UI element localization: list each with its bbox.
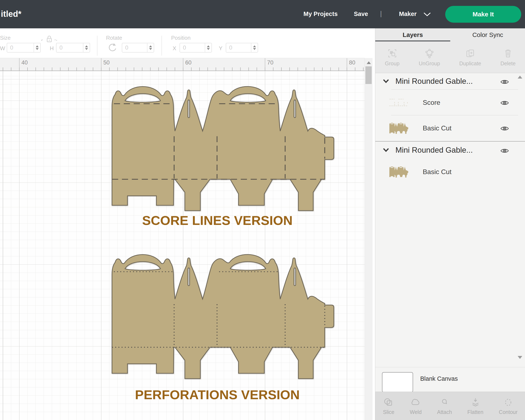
y-stepper[interactable] — [251, 43, 258, 52]
x-input[interactable]: 0 — [179, 43, 212, 53]
layer-row-score[interactable]: Score — [375, 90, 525, 116]
scrollbar-thumb[interactable] — [366, 66, 372, 84]
flatten-icon — [470, 397, 481, 408]
y-input[interactable]: 0 — [226, 43, 258, 53]
attach-icon — [439, 397, 450, 408]
blank-canvas-row[interactable]: Blank Canvas — [375, 367, 525, 392]
design-canvas[interactable]: SCORE LINES VERSION PERFORATIONS VERSION — [0, 71, 365, 420]
rotate-section-label: Rotate — [106, 35, 122, 41]
panel-scroll-up-icon[interactable] — [518, 75, 522, 79]
layer-actions-bar: Group UnGroup Duplicate — [375, 41, 525, 73]
layer-row-basic-cut[interactable]: Basic Cut — [375, 159, 525, 185]
layer-label[interactable]: Basic Cut — [423, 124, 451, 132]
layer-group-header[interactable]: Mini Rounded Gable... — [375, 74, 525, 90]
delete-button[interactable]: Delete — [500, 48, 516, 66]
horizontal-ruler: 40 50 60 70 80 — [0, 58, 365, 71]
weld-icon — [410, 397, 421, 408]
duplicate-button[interactable]: Duplicate — [459, 48, 481, 66]
y-label: Y — [219, 45, 222, 52]
chevron-down-icon[interactable] — [383, 148, 389, 152]
ungroup-button[interactable]: UnGroup — [419, 48, 440, 66]
layer-group-title[interactable]: Mini Rounded Gable... — [395, 77, 473, 86]
layers-panel: Layers Color Sync Group UnGroup — [375, 28, 525, 420]
attach-button[interactable]: Attach — [437, 397, 452, 415]
flatten-button[interactable]: Flatten — [468, 397, 483, 415]
tab-color-sync[interactable]: Color Sync — [450, 28, 525, 41]
width-stepper[interactable] — [34, 43, 40, 52]
panel-scroll-down-icon[interactable] — [518, 356, 522, 359]
x-label: X — [173, 45, 176, 52]
group-button[interactable]: Group — [385, 48, 399, 66]
eye-icon[interactable] — [500, 79, 509, 85]
rotate-stepper[interactable] — [147, 43, 154, 52]
lock-icon[interactable] — [41, 34, 57, 44]
header-bar: itled* My Projects Save | Maker Make It — [0, 0, 525, 28]
chevron-down-icon[interactable] — [383, 79, 389, 83]
eye-icon[interactable] — [500, 100, 509, 106]
layer-group-header[interactable]: Mini Rounded Gable... — [375, 141, 525, 159]
cut-layer-thumbnail — [389, 122, 409, 135]
layer-label[interactable]: Basic Cut — [423, 168, 451, 176]
delete-icon — [503, 48, 514, 59]
tab-layers[interactable]: Layers — [375, 28, 450, 41]
ruler-label: 80 — [349, 59, 355, 66]
gable-box-perforations-version[interactable] — [104, 251, 342, 382]
cut-layer-thumbnail — [389, 166, 409, 178]
ruler-label: 40 — [21, 59, 28, 66]
ruler-minor-ticks — [0, 67, 365, 71]
my-projects-link[interactable]: My Projects — [303, 10, 338, 18]
edit-toolbar: Size W 0 H 0 Rotate 0 Position — [0, 28, 375, 58]
weld-button[interactable]: Weld — [410, 397, 422, 415]
layer-label[interactable]: Score — [423, 99, 440, 106]
height-input[interactable]: 0 — [56, 43, 90, 53]
x-stepper[interactable] — [205, 43, 211, 52]
slice-button[interactable]: Slice — [383, 397, 394, 415]
duplicate-icon — [465, 48, 476, 59]
scroll-up-icon[interactable] — [367, 61, 371, 64]
project-title: itled* — [1, 9, 21, 19]
ruler-label: 70 — [267, 59, 273, 66]
cricut-design-space: itled* My Projects Save | Maker Make It … — [0, 0, 525, 420]
make-it-button[interactable]: Make It — [445, 6, 521, 23]
canvas-vertical-scrollbar[interactable] — [365, 58, 373, 420]
contour-button[interactable]: Contour — [499, 397, 517, 415]
score-layer-thumbnail — [389, 97, 409, 110]
height-stepper[interactable] — [83, 43, 90, 52]
row-divider — [391, 115, 518, 115]
rotate-input[interactable]: 0 — [122, 43, 154, 53]
chevron-down-icon[interactable] — [423, 12, 431, 16]
width-label: W — [0, 45, 5, 52]
toolbar-divider — [161, 36, 162, 56]
rotate-icon[interactable] — [107, 42, 117, 52]
row-divider — [391, 89, 518, 90]
ruler-label: 50 — [103, 59, 110, 66]
layer-row-basic-cut[interactable]: Basic Cut — [375, 116, 525, 141]
width-input[interactable]: 0 — [7, 43, 41, 53]
size-section-label: Size — [0, 35, 11, 41]
save-link[interactable]: Save — [354, 10, 368, 18]
canvas-edge-line — [3, 71, 3, 420]
gable-box-score-version[interactable] — [104, 83, 342, 214]
ungroup-icon — [424, 48, 435, 59]
score-version-caption[interactable]: SCORE LINES VERSION — [109, 213, 326, 228]
blank-canvas-label: Blank Canvas — [420, 375, 458, 382]
panel-tabs: Layers Color Sync — [375, 28, 525, 41]
eye-icon[interactable] — [500, 148, 509, 154]
layer-group-title[interactable]: Mini Rounded Gable... — [395, 146, 473, 155]
header-divider: | — [380, 10, 382, 18]
machine-selector[interactable]: Maker — [399, 10, 417, 18]
group-icon — [387, 48, 398, 59]
perforations-version-caption[interactable]: PERFORATIONS VERSION — [109, 387, 326, 402]
height-label: H — [50, 45, 54, 52]
contour-icon — [503, 397, 514, 408]
blank-canvas-thumbnail[interactable] — [382, 372, 413, 392]
slice-icon — [383, 397, 394, 408]
ruler-label: 60 — [185, 59, 192, 66]
position-section-label: Position — [171, 35, 191, 41]
toolbar-divider — [97, 36, 97, 56]
eye-icon[interactable] — [500, 126, 509, 131]
boolean-actions-bar: Slice Weld Attach Flatten — [375, 392, 525, 420]
